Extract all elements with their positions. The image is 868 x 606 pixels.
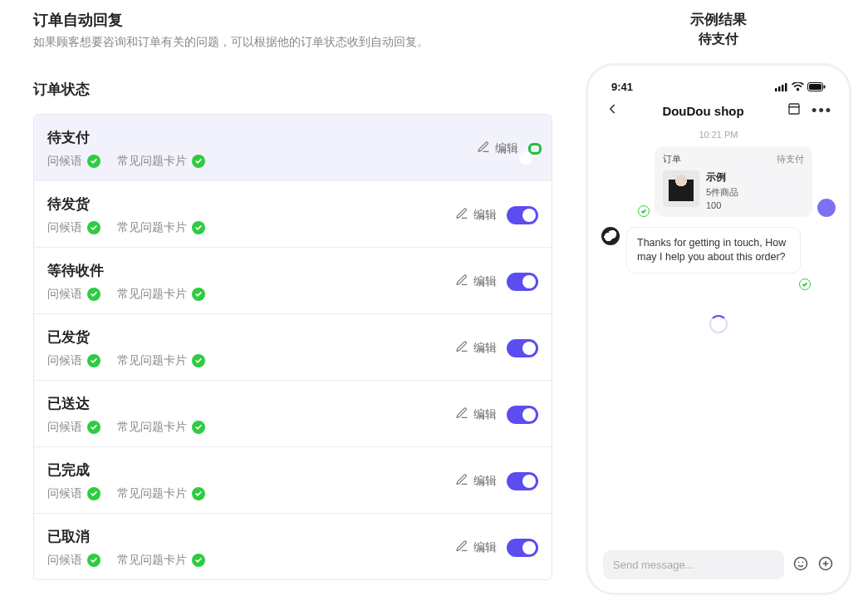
edit-button[interactable]: 编辑 [455, 406, 497, 422]
chevron-left-icon [605, 101, 620, 116]
smile-icon [792, 555, 809, 572]
more-button[interactable]: ••• [812, 103, 832, 118]
edit-icon [455, 473, 468, 489]
toggle-switch[interactable] [507, 472, 538, 490]
greeting-tag: 问候语 [47, 220, 101, 235]
svg-point-7 [795, 557, 807, 569]
message-input[interactable]: Send message... [603, 550, 784, 579]
preview-panel: 示例结果 待支付 9:41 DouDou s [586, 10, 851, 595]
edit-button[interactable]: 编辑 [455, 207, 497, 223]
faq-card-tag: 常见问题卡片 [117, 287, 205, 302]
edit-label: 编辑 [473, 540, 497, 555]
greeting-tag-label: 问候语 [47, 420, 82, 435]
check-circle-icon [192, 288, 205, 301]
edit-label: 编辑 [473, 274, 497, 289]
edit-label: 编辑 [473, 407, 497, 422]
signal-icon [775, 83, 788, 91]
check-circle-icon [87, 221, 101, 234]
bot-avatar [601, 227, 620, 245]
edit-label: 编辑 [473, 208, 497, 223]
phone-frame: 9:41 DouDou shop [586, 63, 851, 595]
check-circle-icon [87, 288, 101, 301]
greeting-tag: 问候语 [47, 154, 101, 169]
svg-rect-2 [782, 85, 784, 91]
product-price: 100 [706, 200, 738, 210]
greeting-tag-label: 问候语 [47, 486, 82, 501]
faq-card-tag-label: 常见问题卡片 [117, 154, 187, 169]
highlight-box [528, 143, 542, 155]
check-circle-icon [87, 155, 101, 168]
svg-rect-6 [824, 86, 826, 89]
status-title: 已完成 [47, 461, 205, 480]
toggle-switch[interactable] [507, 206, 538, 224]
edit-button[interactable]: 编辑 [477, 140, 518, 156]
toggle-switch[interactable] [507, 406, 538, 424]
status-row[interactable]: 已取消 问候语 常见问题卡片 编辑 [34, 513, 552, 579]
back-button[interactable] [605, 101, 620, 120]
status-row[interactable]: 待支付 问候语 常见问题卡片 编辑 [34, 115, 552, 180]
faq-card-tag-label: 常见问题卡片 [117, 353, 187, 368]
greeting-tag: 问候语 [47, 287, 101, 302]
statusbar-icons [775, 82, 826, 91]
toggle-switch[interactable] [507, 273, 538, 291]
faq-card-tag-label: 常见问题卡片 [117, 553, 187, 568]
chat-timestamp: 10:21 PM [600, 130, 837, 140]
faq-card-tag-label: 常见问题卡片 [117, 420, 187, 435]
loading-spinner [709, 315, 728, 333]
status-row[interactable]: 已发货 问候语 常见问题卡片 编辑 [34, 313, 552, 380]
order-status-heading: 订单状态 [33, 80, 552, 99]
status-row[interactable]: 待发货 问候语 常见问题卡片 编辑 [34, 180, 552, 247]
shop-name: DouDou shop [662, 104, 743, 118]
greeting-tag: 问候语 [47, 553, 101, 568]
emoji-button[interactable] [792, 555, 809, 575]
store-icon [787, 101, 802, 116]
order-card-status: 待支付 [777, 153, 804, 165]
check-circle-icon [192, 487, 205, 500]
store-button[interactable] [787, 101, 802, 120]
edit-button[interactable]: 编辑 [455, 340, 497, 356]
check-circle-icon [192, 354, 205, 367]
edit-button[interactable]: 编辑 [455, 539, 497, 555]
faq-card-tag-label: 常见问题卡片 [117, 486, 187, 501]
status-title: 已送达 [47, 394, 205, 413]
svg-rect-1 [778, 86, 781, 91]
svg-point-8 [798, 561, 800, 563]
status-title: 已取消 [47, 527, 205, 546]
plus-circle-icon [817, 555, 834, 572]
add-button[interactable] [817, 555, 834, 575]
edit-label: 编辑 [473, 474, 497, 489]
order-card[interactable]: 订单 待支付 示例 5件商品 100 [655, 146, 812, 217]
faq-card-tag-label: 常见问题卡片 [117, 220, 187, 235]
preview-title: 示例结果 [586, 10, 851, 29]
edit-icon [455, 406, 468, 422]
faq-card-tag: 常见问题卡片 [117, 353, 205, 368]
faq-card-tag: 常见问题卡片 [117, 220, 205, 235]
greeting-tag-label: 问候语 [47, 287, 82, 302]
check-circle-icon [799, 278, 811, 290]
svg-point-9 [802, 561, 804, 563]
edit-button[interactable]: 编辑 [455, 473, 497, 489]
check-circle-icon [87, 421, 101, 434]
greeting-tag-label: 问候语 [47, 353, 82, 368]
status-row[interactable]: 已完成 问候语 常见问题卡片 编辑 [34, 446, 552, 513]
edit-icon [455, 539, 468, 555]
edit-label: 编辑 [495, 141, 518, 156]
status-row[interactable]: 等待收件 问候语 常见问题卡片 编辑 [34, 247, 552, 313]
edit-button[interactable]: 编辑 [455, 273, 497, 289]
check-circle-icon [87, 354, 101, 367]
faq-card-tag: 常见问题卡片 [117, 486, 205, 501]
toggle-switch[interactable] [507, 339, 538, 357]
status-title: 已发货 [47, 328, 205, 347]
section-title: 订单自动回复 [33, 10, 552, 30]
greeting-tag-label: 问候语 [47, 154, 82, 169]
toggle-switch[interactable] [507, 539, 538, 557]
edit-icon [477, 140, 490, 156]
status-title: 待支付 [47, 128, 205, 147]
edit-icon [455, 273, 468, 289]
greeting-tag: 问候语 [47, 353, 101, 368]
status-row[interactable]: 已送达 问候语 常见问题卡片 编辑 [34, 380, 552, 446]
bot-message: Thanks for getting in touch, How may I h… [626, 227, 801, 273]
edit-label: 编辑 [473, 341, 497, 356]
phone-statusbar: 9:41 [600, 79, 837, 98]
svg-rect-3 [785, 83, 787, 91]
